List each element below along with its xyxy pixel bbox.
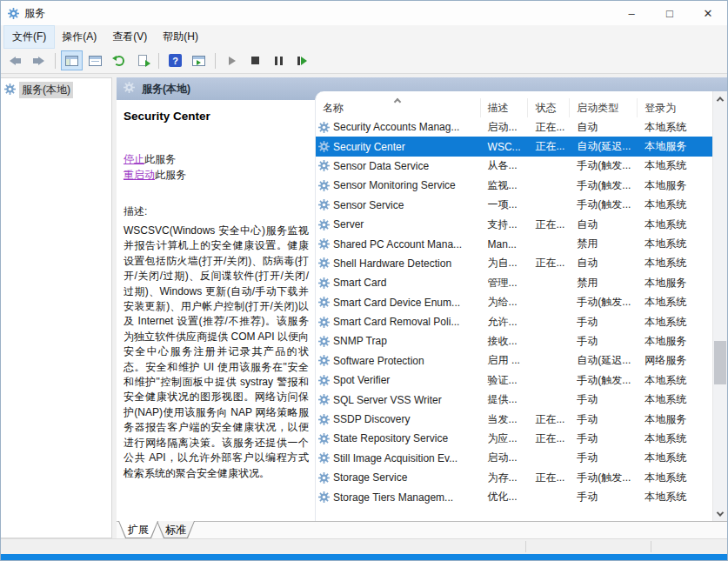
service-startup-cell: 手动(触发...	[570, 178, 638, 193]
service-row[interactable]: Spot Verifier验证...手动(触发...本地系统	[316, 371, 712, 390]
service-gear-icon	[318, 414, 330, 425]
tab-extended[interactable]: 扩展	[118, 521, 158, 538]
service-gear-icon	[318, 472, 330, 484]
column-header-name[interactable]: 名称	[316, 98, 481, 117]
service-name-cell: State Repository Service	[316, 432, 481, 444]
restart-service-link[interactable]: 重启动	[124, 169, 155, 181]
service-desc-cell: 为存...	[481, 471, 529, 485]
service-row[interactable]: Still Image Acquisition Ev...启动...手动本地系统	[316, 449, 712, 468]
service-row[interactable]: Shared PC Account Mana...Man...禁用本地系统	[316, 234, 712, 253]
forward-icon[interactable]	[28, 50, 50, 70]
title-bar[interactable]: 服务 – □ ✕	[1, 1, 727, 25]
extended-view-icon[interactable]	[188, 50, 210, 70]
close-button[interactable]: ✕	[689, 1, 727, 25]
service-gear-icon	[318, 141, 330, 152]
service-name-cell: Software Protection	[316, 355, 481, 367]
scroll-up-button[interactable]	[713, 91, 727, 106]
export-list-icon[interactable]	[131, 50, 153, 70]
service-row[interactable]: Security Accounts Manag...启动...正在...自动本地…	[316, 117, 712, 137]
minimize-button[interactable]: –	[612, 1, 651, 25]
restart-service-icon[interactable]	[291, 50, 313, 70]
service-name-cell: Shared PC Account Mana...	[316, 238, 481, 250]
scroll-down-button[interactable]	[713, 506, 727, 521]
service-logon-cell: 本地服务	[638, 139, 712, 154]
vertical-scrollbar[interactable]	[712, 91, 727, 521]
service-startup-cell: 手动	[570, 431, 638, 446]
service-logon-cell: 本地服务	[638, 276, 712, 291]
service-logon-cell: 本地系统	[638, 490, 712, 504]
status-separator	[651, 541, 651, 552]
help-icon[interactable]: ?	[164, 50, 186, 70]
service-gear-icon	[318, 452, 330, 464]
stop-service-link[interactable]: 停止	[124, 153, 144, 165]
service-gear-icon	[318, 122, 330, 133]
maximize-button[interactable]: □	[651, 1, 689, 25]
service-logon-cell: 网络服务	[638, 353, 712, 368]
service-row[interactable]: SQL Server VSS Writer提供...手动本地系统	[316, 390, 712, 409]
status-separator	[525, 541, 526, 552]
service-logon-cell: 本地系统	[638, 451, 712, 465]
menu-item-action[interactable]: 操作(A)	[54, 26, 104, 48]
service-startup-cell: 禁用	[570, 276, 638, 291]
service-row[interactable]: Storage Tiers Managem...优化...手动本地系统	[316, 487, 712, 506]
column-header-startup[interactable]: 启动类型	[570, 98, 638, 117]
service-startup-cell: 手动	[570, 392, 638, 407]
column-header-logon[interactable]: 登录为	[638, 98, 712, 117]
show-hide-console-tree-icon[interactable]	[61, 50, 83, 70]
service-gear-icon	[318, 297, 330, 308]
service-row[interactable]: Server支持...正在...自动本地系统	[316, 215, 712, 234]
service-name-cell: Security Center	[316, 141, 481, 153]
service-desc-cell: 优化...	[481, 490, 529, 504]
column-header-status[interactable]: 状态	[528, 98, 570, 117]
service-desc-cell: 支持...	[481, 217, 529, 232]
service-row[interactable]: Sensor Service一项...手动(触发...本地系统	[316, 196, 712, 215]
service-row[interactable]: Shell Hardware Detection为自...正在...自动本地系统	[316, 254, 712, 273]
service-desc-cell: WSC...	[481, 141, 529, 153]
refresh-icon[interactable]	[108, 50, 130, 70]
service-gear-icon	[318, 491, 330, 503]
service-row[interactable]: Sensor Data Service从各...手动(触发...本地系统	[316, 157, 712, 176]
sidebar-item-services-local[interactable]: 服务(本地)	[1, 78, 111, 102]
service-row[interactable]: SSDP Discovery当发...正在...手动本地服务	[316, 410, 712, 429]
service-row[interactable]: Sensor Monitoring Service监视...手动(触发...本地…	[316, 176, 712, 195]
toolbar-separator	[55, 53, 56, 69]
sort-ascending-icon	[394, 98, 401, 105]
service-name-cell: SSDP Discovery	[316, 413, 481, 425]
pause-service-icon[interactable]	[268, 50, 290, 70]
menu-item-view[interactable]: 查看(V)	[104, 26, 155, 48]
service-row[interactable]: State Repository Service为应...正在...手动本地系统	[316, 429, 712, 448]
stop-service-icon[interactable]	[244, 50, 266, 70]
bottom-accent-strip	[1, 554, 727, 560]
start-service-icon[interactable]	[221, 50, 243, 70]
column-header-desc[interactable]: 描述	[481, 98, 529, 117]
service-row[interactable]: Security CenterWSC...正在...自动(延迟...本地服务	[316, 137, 712, 156]
service-desc-cell: 一项...	[481, 197, 529, 212]
service-row[interactable]: Smart Card管理...禁用本地服务	[316, 273, 712, 292]
service-name-cell: SNMP Trap	[316, 335, 481, 347]
service-gear-icon	[318, 277, 330, 289]
services-gear-icon	[4, 83, 16, 97]
properties-icon[interactable]	[84, 50, 106, 70]
service-desc-cell: 为给...	[481, 295, 529, 310]
service-row[interactable]: Storage Service为存...正在...手动(触发...本地系统	[316, 468, 712, 487]
service-row[interactable]: Software Protection启用 ...自动(延迟...网络服务	[316, 351, 712, 371]
service-desc-cell: 启动...	[481, 451, 529, 465]
service-status-cell: 正在...	[528, 431, 570, 446]
service-gear-icon	[318, 433, 330, 444]
service-status-cell: 正在...	[528, 120, 570, 135]
service-row[interactable]: SNMP Trap接收...手动本地服务	[316, 331, 712, 351]
scrollbar-thumb[interactable]	[714, 341, 726, 384]
extended-view-region: 服务(本地) Security Center 停止此服务 重启动此服务 描述: …	[117, 77, 727, 538]
menu-item-file[interactable]: 文件(F)	[4, 26, 54, 48]
menu-item-help[interactable]: 帮助(H)	[155, 26, 206, 48]
service-row[interactable]: Smart Card Device Enum...为给...手动(触发...本地…	[316, 293, 712, 312]
service-gear-icon	[318, 375, 330, 386]
service-desc-cell: 为应...	[481, 431, 529, 446]
tab-standard[interactable]: 标准	[157, 521, 195, 538]
service-row[interactable]: Smart Card Removal Poli...允许...手动本地系统	[316, 312, 712, 331]
back-icon[interactable]	[4, 50, 26, 70]
service-desc-cell: 提供...	[481, 392, 529, 407]
service-desc-cell: 允许...	[481, 315, 529, 330]
view-tabs: 扩展标准	[117, 521, 727, 538]
chevron-down-icon	[717, 509, 724, 516]
